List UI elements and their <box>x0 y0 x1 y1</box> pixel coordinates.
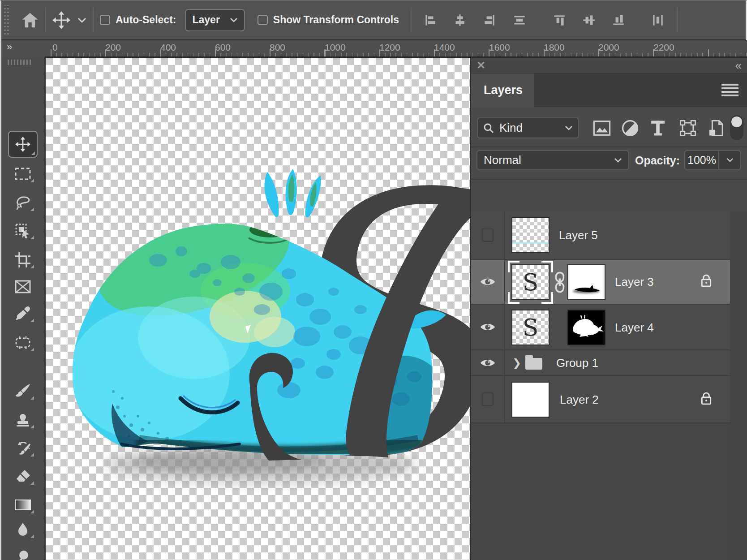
brush-tool[interactable] <box>10 381 36 401</box>
opacity-label: Opacity: <box>635 154 680 167</box>
visibility-off-box <box>482 392 494 406</box>
close-icon[interactable]: ✕ <box>477 59 485 72</box>
layer-name[interactable]: Group 1 <box>556 356 598 370</box>
layer-row-layer-2[interactable]: Layer 2 <box>471 376 730 423</box>
crop-icon <box>15 252 31 268</box>
layer-filter-toggle[interactable] <box>730 115 743 140</box>
opacity-value-box[interactable]: 100% <box>684 150 741 170</box>
ruler-label: 2200 <box>653 42 674 53</box>
layers-panel: ✕ « Layers Kind <box>470 58 747 560</box>
visibility-off-box <box>482 228 494 242</box>
layer-row-group-1[interactable]: ❯ Group 1 <box>471 350 730 376</box>
layer-row-layer-3[interactable]: S Layer 3 <box>471 260 730 305</box>
mask-content <box>568 310 605 345</box>
blur-tool[interactable] <box>10 519 36 540</box>
panel-tab-bar: Layers <box>471 73 747 107</box>
lasso-tool[interactable] <box>10 192 36 213</box>
clone-stamp-tool[interactable] <box>10 409 36 430</box>
visibility-toggle[interactable] <box>471 305 505 349</box>
layer-thumbnail[interactable]: S <box>511 310 550 345</box>
ruler-label: 2000 <box>598 42 619 53</box>
thumbnail-letter: S <box>523 314 539 341</box>
ruler-label: 800 <box>270 42 285 53</box>
adjustment-layer-filter-icon[interactable] <box>622 120 639 137</box>
layer-thumbnail[interactable] <box>511 217 550 253</box>
opacity-value: 100% <box>685 154 718 167</box>
eraser-tool[interactable] <box>10 466 36 487</box>
shape-layer-filter-icon[interactable] <box>679 120 697 137</box>
layer-row-layer-5[interactable]: Layer 5 <box>471 211 730 260</box>
auto-select-value: Layer <box>192 14 219 26</box>
align-bottom-edges-icon[interactable] <box>611 13 626 27</box>
pixel-layer-filter-icon[interactable] <box>593 120 611 137</box>
layer-mask-thumbnail[interactable] <box>567 264 605 300</box>
blend-mode-dropdown[interactable]: Normal <box>477 150 629 170</box>
panel-menu-icon[interactable] <box>721 84 738 96</box>
lock-icon <box>700 273 713 289</box>
layers-tab-label: Layers <box>484 83 523 97</box>
ruler-label: 0 <box>52 42 58 53</box>
distribute-horizontal-centers-icon[interactable] <box>651 13 665 27</box>
crop-tool[interactable] <box>10 250 36 270</box>
document-canvas[interactable]: S <box>46 58 470 560</box>
filter-kind-dropdown[interactable]: Kind <box>477 117 579 138</box>
dodge-tool[interactable] <box>10 547 36 560</box>
thumbnail-letter: S <box>523 269 539 296</box>
auto-select-dropdown[interactable]: Layer <box>185 9 245 31</box>
move-tool[interactable] <box>8 131 38 158</box>
layer-thumbnail[interactable]: S <box>511 264 550 300</box>
home-button[interactable] <box>21 11 39 29</box>
chevron-down-icon[interactable] <box>77 17 86 23</box>
filter-kind-value: Kind <box>499 121 523 135</box>
layer-mask-thumbnail[interactable] <box>567 310 605 345</box>
chevron-down-icon <box>230 17 238 23</box>
auto-select-checkbox[interactable] <box>100 15 110 25</box>
gradient-tool[interactable] <box>10 495 36 515</box>
align-right-edges-icon[interactable] <box>482 13 497 27</box>
tab-layers[interactable]: Layers <box>471 73 534 107</box>
visibility-toggle[interactable] <box>471 260 505 304</box>
visibility-toggle[interactable] <box>471 350 505 375</box>
smart-object-filter-icon[interactable] <box>708 120 724 137</box>
align-top-edges-icon[interactable] <box>552 13 567 27</box>
healing-patch-tool[interactable] <box>10 332 36 353</box>
expand-panels-icon[interactable]: » <box>7 41 11 53</box>
current-tool-button[interactable] <box>52 11 86 29</box>
panel-scroll-gutter[interactable] <box>730 211 747 560</box>
chevron-down-icon <box>614 158 622 163</box>
move-icon <box>15 137 30 152</box>
object-selection-tool[interactable] <box>10 220 36 241</box>
layer-row-layer-4[interactable]: S Layer 4 <box>471 305 730 350</box>
lock-icon <box>700 391 713 406</box>
ruler-label: 1800 <box>544 42 565 53</box>
clone-stamp-icon <box>15 412 31 428</box>
chevron-down-icon <box>565 125 573 131</box>
eye-icon <box>480 322 496 332</box>
chevron-right-icon[interactable]: ❯ <box>512 357 521 369</box>
toolbar-grip[interactable] <box>8 60 33 65</box>
eyedropper-tool[interactable] <box>10 303 36 324</box>
visibility-toggle[interactable] <box>471 211 505 259</box>
layer-name[interactable]: Layer 5 <box>559 228 598 242</box>
distribute-vertical-centers-icon[interactable] <box>512 13 527 27</box>
layer-name[interactable]: Layer 3 <box>615 275 654 289</box>
panel-empty-area <box>471 423 730 560</box>
collapse-panel-icon[interactable]: « <box>735 59 740 73</box>
align-horizontal-centers-icon[interactable] <box>453 13 467 27</box>
link-icon[interactable] <box>554 271 565 293</box>
layer-name[interactable]: Layer 4 <box>615 321 654 335</box>
options-bar-grip[interactable] <box>4 5 9 34</box>
layer-thumbnail[interactable] <box>511 382 550 418</box>
visibility-toggle[interactable] <box>471 376 505 422</box>
history-brush-tool[interactable] <box>10 438 36 458</box>
photoshop-window: Auto-Select: Layer Show Transform Contro… <box>0 0 747 560</box>
show-transform-checkbox[interactable] <box>258 15 268 25</box>
align-left-edges-icon[interactable] <box>423 13 438 27</box>
horizontal-ruler[interactable]: 0 200 400 600 800 1000 1200 1400 1600 18… <box>45 40 747 58</box>
type-layer-filter-icon[interactable] <box>650 120 666 137</box>
layer-name[interactable]: Layer 2 <box>560 393 599 407</box>
frame-tool[interactable] <box>10 276 36 297</box>
chevron-down-icon <box>726 158 734 163</box>
rectangular-marquee-tool[interactable] <box>10 164 36 184</box>
align-vertical-centers-icon[interactable] <box>582 13 596 27</box>
